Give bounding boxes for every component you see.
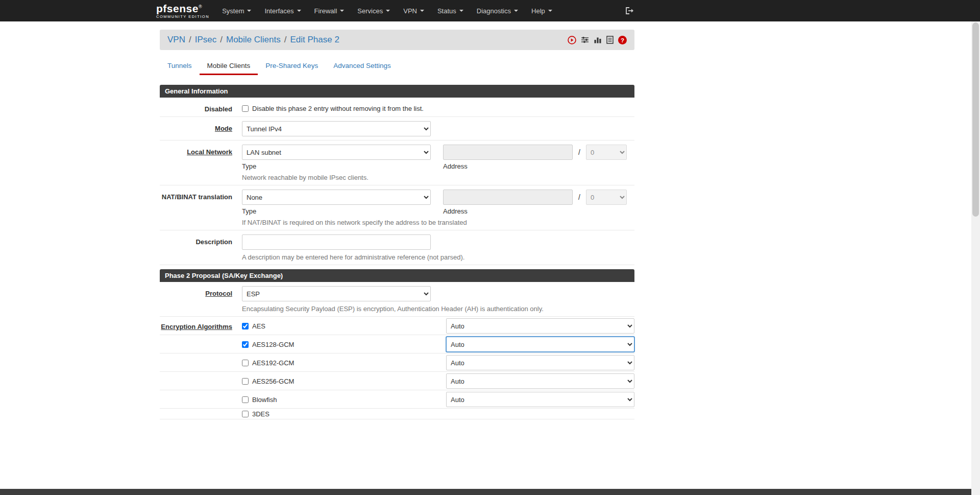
field-control: AES128-GCM Auto [242, 337, 634, 352]
local-network-controls: LAN subnet Type / 0 Address [242, 145, 634, 170]
breadcrumb-bar: VPN/IPsec/Mobile Clients/Edit Phase 2 ? [160, 30, 634, 50]
svg-text:?: ? [621, 36, 624, 43]
aes128gcm-keylen-select[interactable]: Auto [446, 337, 634, 352]
nav-item-system[interactable]: System [215, 0, 258, 21]
nat-controls: None Type / 0 Address [242, 190, 634, 215]
breadcrumb-current-edit-phase-2: Edit Phase 2 [290, 35, 339, 44]
field-control: A description may be entered here for ad… [242, 234, 634, 261]
disabled-checkbox[interactable] [242, 105, 249, 112]
field-label-spacer [160, 373, 232, 389]
brand-name: pfsense [156, 3, 199, 14]
type-sublabel: Type [242, 207, 431, 215]
page-action-icons: ? [568, 36, 627, 44]
field-label-spacer [160, 355, 232, 370]
nat-mask-select[interactable]: 0 [586, 190, 627, 205]
aes256gcm-checkbox[interactable] [242, 378, 249, 385]
tab-tunnels[interactable]: Tunnels [160, 57, 200, 75]
mode-select[interactable]: Tunnel IPv4 [242, 121, 431, 136]
brand-text: pfsense® [156, 3, 209, 14]
tab-advanced-settings[interactable]: Advanced Settings [326, 57, 399, 75]
related-settings-sliders-icon[interactable] [581, 36, 589, 44]
3des-checkbox[interactable] [242, 411, 249, 417]
local-network-type-select[interactable]: LAN subnet [242, 145, 431, 160]
help-question-icon[interactable]: ? [618, 36, 627, 44]
form-row-encryption-aes128gcm: AES128-GCM Auto [160, 335, 634, 353]
nav-item-diagnostics[interactable]: Diagnostics [470, 0, 525, 21]
nav-item-help[interactable]: Help [525, 0, 559, 21]
nat-type-cell: None Type [242, 190, 431, 215]
nav-item-vpn[interactable]: VPN [397, 0, 431, 21]
field-label-disabled: Disabled [160, 102, 232, 113]
form-row-disabled: Disabled Disable this phase 2 entry with… [160, 98, 634, 117]
blowfish-checkbox[interactable] [242, 396, 249, 403]
type-sublabel: Type [242, 162, 431, 170]
chevron-down-icon [247, 10, 251, 12]
address-row: / 0 [443, 190, 627, 205]
chevron-down-icon [548, 10, 552, 12]
field-label-spacer [160, 392, 232, 407]
service-status-play-icon[interactable] [568, 36, 576, 44]
top-navbar: pfsense® COMMUNITY EDITION System Interf… [0, 0, 980, 21]
tab-bar: Tunnels Mobile Clients Pre-Shared Keys A… [160, 57, 634, 75]
field-label-spacer [160, 337, 232, 352]
aes256gcm-keylen-select[interactable]: Auto [446, 373, 634, 389]
pfsense-logo[interactable]: pfsense® COMMUNITY EDITION [156, 3, 209, 19]
local-network-address-input[interactable] [443, 145, 573, 160]
blowfish-checkbox-row[interactable]: Blowfish [242, 396, 277, 404]
panel-phase2-proposal: Phase 2 Proposal (SA/Key Exchange) Proto… [160, 269, 634, 419]
blowfish-keylen-select[interactable]: Auto [446, 392, 634, 407]
scrollbar-thumb[interactable] [972, 22, 979, 217]
aes-checkbox[interactable] [242, 323, 249, 329]
protocol-help-text: Encapsulating Security Payload (ESP) is … [242, 305, 634, 313]
aes192gcm-checkbox-row[interactable]: AES192-GCM [242, 359, 294, 367]
log-file-icon[interactable] [606, 36, 614, 44]
aes128gcm-checkbox-row[interactable]: AES128-GCM [242, 341, 294, 348]
tab-pre-shared-keys[interactable]: Pre-Shared Keys [258, 57, 326, 75]
nav-item-services[interactable]: Services [351, 0, 397, 21]
nat-type-select[interactable]: None [242, 190, 431, 205]
aes256gcm-checkbox-row[interactable]: AES256-GCM [242, 378, 294, 385]
address-row: / 0 [443, 145, 627, 160]
form-row-encryption-3des: 3DES [160, 409, 634, 419]
description-input[interactable] [242, 234, 431, 250]
aes128gcm-checkbox[interactable] [242, 341, 249, 348]
aes256gcm-label: AES256-GCM [252, 378, 294, 385]
field-control: 3DES [242, 410, 634, 418]
nav-item-label: Firewall [314, 7, 337, 15]
field-label-nat-binat: NAT/BINAT translation [160, 190, 232, 226]
protocol-select[interactable]: ESP [242, 286, 431, 301]
aes192gcm-checkbox[interactable] [242, 360, 249, 366]
form-row-nat-binat: NAT/BINAT translation None Type / 0 Addr… [160, 185, 634, 230]
local-network-help-text: Network reachable by mobile IPsec client… [242, 174, 634, 181]
chevron-down-icon [386, 10, 390, 12]
3des-checkbox-row[interactable]: 3DES [242, 410, 270, 418]
nat-address-input[interactable] [443, 190, 573, 205]
form-row-local-network: Local Network LAN subnet Type / 0 Addres… [160, 140, 634, 185]
disabled-checkbox-row[interactable]: Disable this phase 2 entry without remov… [242, 102, 634, 112]
nav-item-interfaces[interactable]: Interfaces [258, 0, 307, 21]
sign-out-icon[interactable] [625, 7, 634, 15]
aes192gcm-keylen-select[interactable]: Auto [446, 355, 634, 370]
form-row-mode: Mode Tunnel IPv4 [160, 117, 634, 140]
nat-address-cell: / 0 Address [443, 190, 627, 215]
nav-item-label: VPN [403, 7, 417, 15]
breadcrumb-link-mobile-clients[interactable]: Mobile Clients [226, 35, 281, 44]
nav-item-status[interactable]: Status [431, 0, 470, 21]
aes-checkbox-row[interactable]: AES [242, 322, 265, 330]
breadcrumb-link-vpn[interactable]: VPN [167, 35, 185, 44]
chevron-down-icon [514, 10, 518, 12]
status-graph-icon[interactable] [594, 36, 602, 44]
field-label-mode: Mode [160, 121, 232, 136]
local-network-mask-select[interactable]: 0 [586, 145, 627, 160]
form-row-encryption-aes256gcm: AES256-GCM Auto [160, 372, 634, 390]
field-control: AES192-GCM Auto [242, 355, 634, 370]
chevron-down-icon [297, 10, 301, 12]
form-row-encryption-aes192gcm: AES192-GCM Auto [160, 353, 634, 372]
breadcrumb-link-ipsec[interactable]: IPsec [195, 35, 217, 44]
aes-keylen-select[interactable]: Auto [446, 318, 634, 334]
tab-mobile-clients[interactable]: Mobile Clients [200, 57, 258, 75]
chevron-down-icon [459, 10, 463, 12]
vertical-scrollbar[interactable] [971, 21, 980, 495]
navbar-inner: pfsense® COMMUNITY EDITION System Interf… [160, 0, 634, 21]
nav-item-firewall[interactable]: Firewall [308, 0, 351, 21]
